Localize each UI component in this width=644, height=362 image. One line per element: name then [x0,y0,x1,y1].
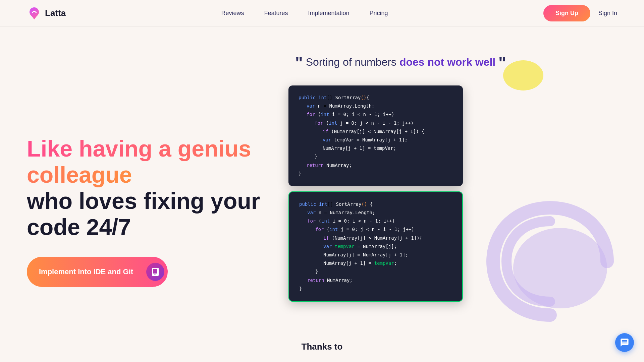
nav-links: Reviews Features Implementation Pricing [221,10,388,17]
logo-area[interactable]: Latta [27,6,66,21]
nav-item-features[interactable]: Features [264,10,288,17]
blob-yellow [503,60,543,90]
code-card-1: public int[] SortArray(){ var n = NumArr… [288,85,463,186]
hero-right: " Sorting of numbers does not work well … [262,47,617,362]
navbar: Latta Reviews Features Implementation Pr… [0,0,644,27]
signup-button[interactable]: Sign Up [543,5,590,21]
swirl-shape [483,201,617,328]
nav-item-reviews[interactable]: Reviews [221,10,244,17]
nav-link-pricing[interactable]: Pricing [370,10,388,16]
quote-open: " [295,54,303,72]
headline-dark: who loves fixing yourcode 24/7 [27,188,260,240]
nav-item-implementation[interactable]: Implementation [308,10,350,17]
chat-button[interactable] [615,333,634,352]
nav-link-implementation[interactable]: Implementation [308,10,350,16]
chat-icon [620,338,629,347]
hero-section: Like having a genius colleague who loves… [0,27,644,362]
implement-icon-circle [146,263,164,281]
nav-item-pricing[interactable]: Pricing [370,10,388,17]
code-content-1: public int[] SortArray(){ var n = NumArr… [299,94,453,178]
quote-normal-text: Sorting of numbers [306,56,399,68]
code-content-2: public int[] SortArray() { var n = NumAr… [299,200,452,293]
nav-link-reviews[interactable]: Reviews [221,10,244,16]
logo-icon [27,6,42,21]
quote-close: " [498,54,506,72]
hero-headline: Like having a genius colleague who loves… [27,135,262,240]
phone-icon [151,267,160,277]
implement-button[interactable]: Implement Into IDE and Git [27,257,168,287]
headline-gradient: Like having a genius colleague [27,136,251,187]
signin-button[interactable]: Sign In [598,10,617,17]
thanks-section: Thanks to [302,342,343,352]
thanks-label: Thanks to [302,342,343,352]
nav-actions: Sign Up Sign In [543,5,617,21]
implement-button-label: Implement Into IDE and Git [39,267,133,276]
code-card-2: public int[] SortArray() { var n = NumAr… [288,191,463,302]
logo-text: Latta [45,8,66,18]
code-cards: public int[] SortArray(){ var n = NumArr… [288,85,463,302]
quote-highlight-text: does not work well [399,56,495,68]
hero-left: Like having a genius colleague who loves… [27,47,262,362]
nav-link-features[interactable]: Features [264,10,288,16]
hero-quote: " Sorting of numbers does not work well … [295,54,506,72]
